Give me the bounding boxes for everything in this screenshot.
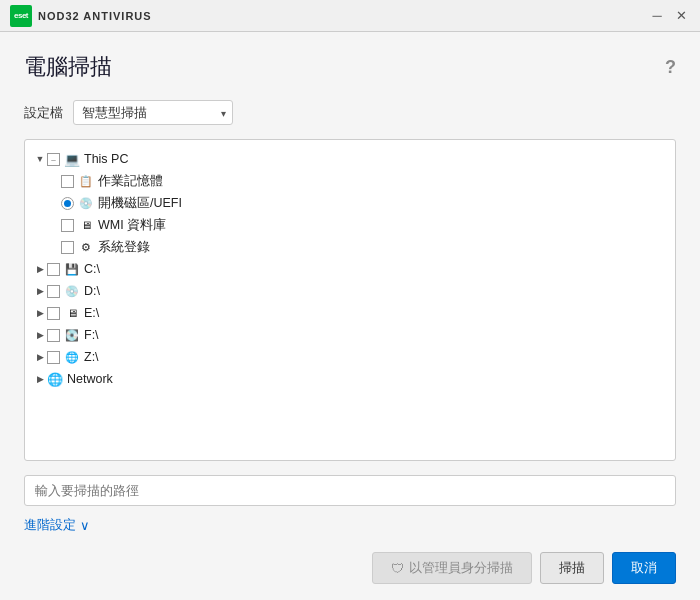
profile-label: 設定檔 (24, 104, 63, 122)
window-controls: ─ ✕ (648, 7, 690, 25)
buttons-row: 🛡 以管理員身分掃描 掃描 取消 (24, 548, 676, 584)
node-label-registry: 系統登錄 (98, 239, 150, 256)
checkbox-wmi[interactable] (61, 219, 74, 232)
wmi-icon: 🖥 (78, 217, 94, 233)
admin-scan-label: 以管理員身分掃描 (409, 559, 513, 577)
profile-select[interactable]: 智慧型掃描 深度掃描 自訂掃描 (73, 100, 233, 125)
ram-icon: 📋 (78, 173, 94, 189)
tree-node-wmi[interactable]: 🖥 WMI 資料庫 (31, 214, 669, 236)
node-label-ram: 作業記憶體 (98, 173, 163, 190)
checkbox-ram[interactable] (61, 175, 74, 188)
advanced-chevron-icon: ∨ (80, 518, 90, 533)
path-input-row (24, 475, 676, 506)
tree-node-network[interactable]: ▶ 🌐 Network (31, 368, 669, 390)
drive-z-icon: 🌐 (64, 349, 80, 365)
expander-registry (47, 240, 61, 254)
admin-scan-button[interactable]: 🛡 以管理員身分掃描 (372, 552, 532, 584)
node-label-e: E:\ (84, 306, 99, 320)
expander-f[interactable]: ▶ (33, 328, 47, 342)
node-label-uefi: 開機磁區/UEFI (98, 195, 182, 212)
checkbox-z[interactable] (47, 351, 60, 364)
tree-node-ram[interactable]: 📋 作業記憶體 (31, 170, 669, 192)
tree-node-d[interactable]: ▶ 💿 D:\ (31, 280, 669, 302)
checkbox-registry[interactable] (61, 241, 74, 254)
minimize-button[interactable]: ─ (648, 7, 666, 25)
main-content: 電腦掃描 ? 設定檔 智慧型掃描 深度掃描 自訂掃描 ▾ ▼ – 💻 This … (0, 32, 700, 600)
tree-node-this-pc[interactable]: ▼ – 💻 This PC (31, 148, 669, 170)
network-icon: 🌐 (47, 371, 63, 387)
node-label-this-pc: This PC (84, 152, 128, 166)
expander-wmi (47, 218, 61, 232)
expander-uefi (47, 196, 61, 210)
profile-select-wrapper[interactable]: 智慧型掃描 深度掃描 自訂掃描 ▾ (73, 100, 233, 125)
node-label-wmi: WMI 資料庫 (98, 217, 166, 234)
expander-network[interactable]: ▶ (33, 372, 47, 386)
checkbox-f[interactable] (47, 329, 60, 342)
tree-node-f[interactable]: ▶ 💽 F:\ (31, 324, 669, 346)
checkbox-e[interactable] (47, 307, 60, 320)
advanced-settings-link[interactable]: 進階設定 ∨ (24, 516, 90, 534)
close-button[interactable]: ✕ (672, 7, 690, 25)
scan-button[interactable]: 掃描 (540, 552, 604, 584)
drive-f-icon: 💽 (64, 327, 80, 343)
page-title: 電腦掃描 (24, 52, 112, 82)
tree-node-z[interactable]: ▶ 🌐 Z:\ (31, 346, 669, 368)
path-input[interactable] (24, 475, 676, 506)
titlebar: eset NOD32 ANTIVIRUS ─ ✕ (0, 0, 700, 32)
drive-e-icon: 🖥 (64, 305, 80, 321)
tree-node-uefi[interactable]: 💿 開機磁區/UEFI (31, 192, 669, 214)
expander-ram (47, 174, 61, 188)
advanced-label: 進階設定 (24, 516, 76, 534)
node-label-d: D:\ (84, 284, 100, 298)
profile-row: 設定檔 智慧型掃描 深度掃描 自訂掃描 ▾ (24, 100, 676, 125)
header-row: 電腦掃描 ? (24, 52, 676, 82)
shield-icon: 🛡 (391, 561, 404, 576)
node-label-c: C:\ (84, 262, 100, 276)
expander-d[interactable]: ▶ (33, 284, 47, 298)
tree-node-c[interactable]: ▶ 💾 C:\ (31, 258, 669, 280)
computer-icon: 💻 (64, 151, 80, 167)
node-label-network: Network (67, 372, 113, 386)
checkbox-c[interactable] (47, 263, 60, 276)
expander-z[interactable]: ▶ (33, 350, 47, 364)
radio-uefi[interactable] (61, 197, 74, 210)
expander-this-pc[interactable]: ▼ (33, 152, 47, 166)
drive-d-icon: 💿 (64, 283, 80, 299)
node-label-z: Z:\ (84, 350, 99, 364)
tree-node-e[interactable]: ▶ 🖥 E:\ (31, 302, 669, 324)
expander-e[interactable]: ▶ (33, 306, 47, 320)
uefi-icon: 💿 (78, 195, 94, 211)
advanced-row: 進階設定 ∨ (24, 516, 676, 534)
registry-icon: ⚙ (78, 239, 94, 255)
checkbox-d[interactable] (47, 285, 60, 298)
logo-text: eset (14, 11, 28, 20)
app-title: NOD32 ANTIVIRUS (38, 10, 648, 22)
help-button[interactable]: ? (665, 57, 676, 78)
drive-c-icon: 💾 (64, 261, 80, 277)
expander-c[interactable]: ▶ (33, 262, 47, 276)
tree-node-registry[interactable]: ⚙ 系統登錄 (31, 236, 669, 258)
cancel-button[interactable]: 取消 (612, 552, 676, 584)
node-label-f: F:\ (84, 328, 99, 342)
tree-panel[interactable]: ▼ – 💻 This PC 📋 作業記憶體 💿 開機磁區/UEFI 🖥 WMI … (24, 139, 676, 461)
app-logo: eset (10, 5, 32, 27)
checkbox-this-pc[interactable]: – (47, 153, 60, 166)
